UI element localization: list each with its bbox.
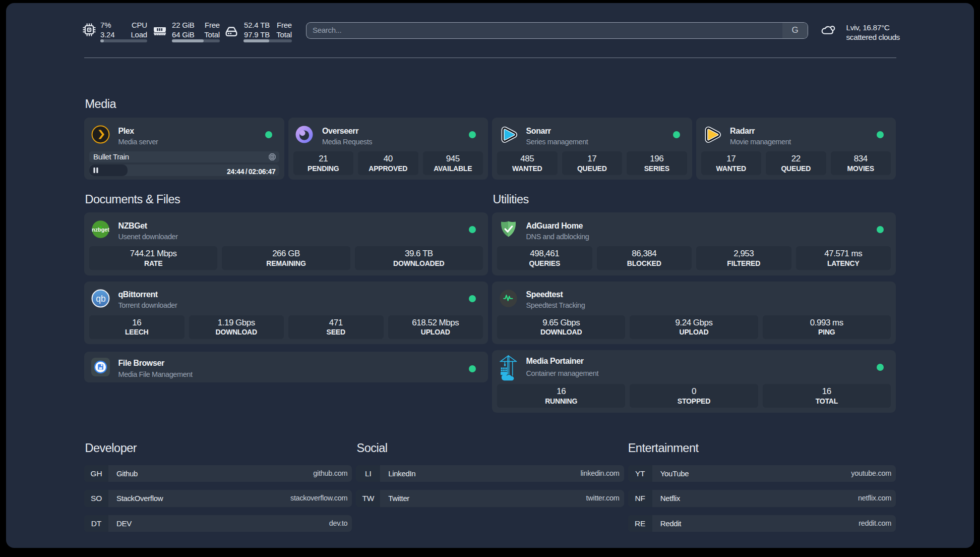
svg-text:nzbget: nzbget [92,227,109,233]
svg-text:qb: qb [96,293,105,303]
